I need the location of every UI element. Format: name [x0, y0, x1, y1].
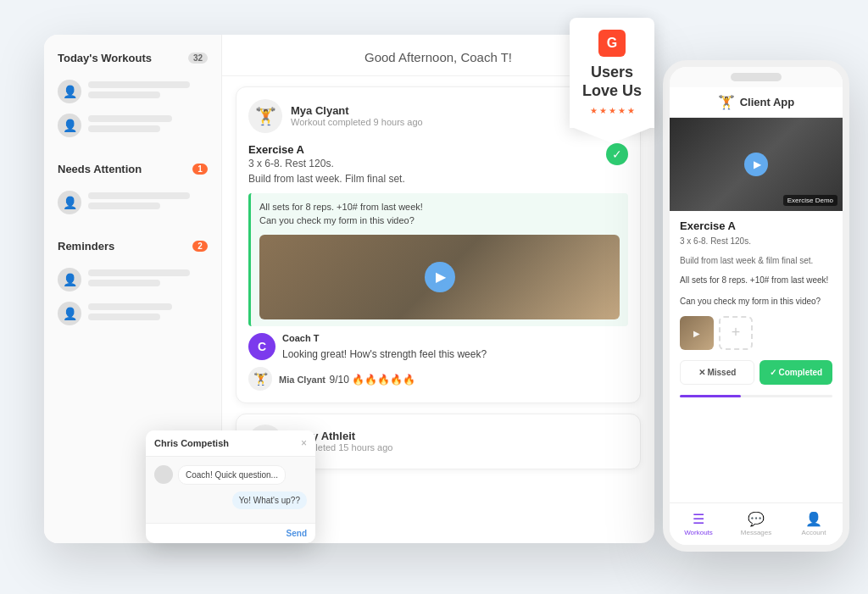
client-reply-name: Mia Clyant: [279, 375, 326, 385]
client-reply-row: 🏋️ Mia Clyant 9/10 🔥🔥🔥🔥🔥: [248, 367, 628, 391]
sidebar-item-workout-1[interactable]: 👤: [58, 75, 208, 108]
account-nav-label: Account: [802, 529, 826, 536]
mobile-header-title: Client App: [740, 96, 795, 108]
completed-label: ✓ Completed: [770, 368, 822, 377]
chat-header: Chris Competish ×: [146, 430, 315, 457]
mobile-ui: 🏋️ Client App ▶ Exercise Demo Exercise A…: [663, 60, 849, 552]
coach-reply-row: C Coach T Looking great! How's strength …: [248, 333, 628, 360]
user-name-mya: Mya Clyant: [291, 104, 423, 117]
account-nav-icon: 👤: [805, 511, 822, 527]
mobile-video-thumb[interactable]: ▶: [680, 316, 714, 350]
play-button[interactable]: ▶: [425, 262, 455, 292]
mobile-comment-1: All sets for 8 reps. +10# from last week…: [680, 274, 832, 286]
avatar-reminder-1: 👤: [58, 268, 81, 291]
mobile-add-media-button[interactable]: +: [719, 316, 753, 350]
messages-nav-label: Messages: [741, 529, 771, 536]
mobile-missed-button[interactable]: ✕ Missed: [680, 360, 754, 385]
mobile-body: Exercise A 3 x 6-8. Rest 120s. Build fro…: [670, 211, 843, 416]
mobile-action-row: ✕ Missed ✓ Completed: [680, 360, 832, 385]
chat-popup[interactable]: Chris Competish × Coach! Quick question.…: [146, 430, 315, 543]
desktop-ui: Today's Workouts 32 👤 👤: [44, 35, 654, 543]
users-love-us-badge: G Users Love Us ★ ★ ★ ★ ★: [570, 18, 663, 136]
sidebar-section-reminders: Reminders 2 👤 👤: [58, 240, 208, 330]
sidebar-title-workouts: Today's Workouts: [58, 52, 152, 64]
user-status-mya: Workout completed 9 hours ago: [291, 117, 423, 127]
completed-check-icon: ✓: [606, 143, 628, 165]
mobile-header: 🏋️ Client App: [670, 87, 843, 118]
avatar-attention-1: 👤: [58, 191, 81, 214]
mobile-media-row: ▶ +: [680, 316, 832, 350]
exercise-detail-1: 3 x 6-8. Rest 120s.: [248, 156, 405, 171]
coach-name: Coach T: [282, 333, 487, 343]
mobile-play-button[interactable]: ▶: [744, 153, 768, 176]
comment-box: All sets for 8 reps. +10# from last week…: [248, 193, 628, 326]
chat-send-button[interactable]: Send: [287, 529, 307, 538]
badge-stars: ★ ★ ★ ★ ★: [590, 106, 635, 115]
comment-line-1: All sets for 8 reps. +10# from last week…: [259, 200, 620, 214]
badge-workouts-count: 32: [188, 53, 208, 64]
badge-reminders-count: 2: [192, 241, 208, 252]
chat-message-2-row: Yo! What's up??: [154, 491, 307, 509]
comment-line-2: Can you check my form in this video?: [259, 214, 620, 228]
mobile-nav-bar: ☰ Workouts 💬 Messages 👤 Account: [670, 502, 843, 545]
exercise-row-a: Exercise A 3 x 6-8. Rest 120s. Build fro…: [248, 143, 628, 186]
avatar-mya: 🏋️: [248, 99, 282, 133]
chat-body: Coach! Quick question... Yo! What's up??: [146, 457, 315, 523]
mobile-nav-workouts[interactable]: ☰ Workouts: [670, 511, 727, 536]
chat-contact-name: Chris Competish: [154, 438, 229, 448]
workouts-nav-label: Workouts: [684, 529, 713, 536]
mobile-nav-messages[interactable]: 💬 Messages: [727, 511, 785, 536]
greeting-text: Good Afternoon, Coach T!: [364, 50, 512, 64]
badge-attention-count: 1: [192, 164, 208, 175]
chat-close-icon[interactable]: ×: [301, 437, 307, 449]
mobile-comment-2: Can you check my form in this video?: [680, 295, 832, 308]
avatar-mya-reply: 🏋️: [248, 367, 272, 391]
mobile-completed-button[interactable]: ✓ Completed: [760, 360, 832, 385]
g2-logo: G: [598, 30, 626, 57]
mobile-header-icon: 🏋️: [718, 94, 735, 110]
sidebar-item-attention-1[interactable]: 👤: [58, 186, 208, 219]
sidebar-header-workouts: Today's Workouts 32: [58, 52, 208, 64]
missed-label: ✕ Missed: [698, 368, 737, 377]
chat-message-2: Yo! What's up??: [232, 491, 307, 509]
avatar-reminder-2: 👤: [58, 302, 81, 325]
sidebar-section-attention: Needs Attention 1 👤: [58, 163, 208, 219]
workouts-nav-icon: ☰: [693, 511, 704, 527]
exercise-title-a: Exercise A: [248, 143, 405, 156]
chat-avatar-client: [154, 465, 173, 484]
avatar-workout-1: 👤: [58, 80, 81, 103]
video-thumbnail[interactable]: ▶: [259, 235, 620, 319]
chat-message-1: Coach! Quick question...: [178, 465, 286, 485]
sidebar-title-attention: Needs Attention: [58, 163, 142, 175]
mobile-progress-fill: [680, 395, 741, 397]
mobile-exercise-detail-2: Build from last week & film final set.: [680, 254, 832, 267]
mobile-exercise-title: Exercise A: [680, 219, 832, 232]
mobile-video-thumbnail[interactable]: ▶ Exercise Demo: [670, 118, 843, 211]
sidebar-item-reminder-1[interactable]: 👤: [58, 263, 208, 297]
mobile-nav-account[interactable]: 👤 Account: [785, 511, 843, 536]
badge-title: Users Love Us: [582, 64, 642, 100]
messages-nav-icon: 💬: [748, 511, 765, 527]
avatar-workout-2: 👤: [58, 114, 81, 137]
sidebar-title-reminders: Reminders: [58, 240, 114, 253]
mobile-notch: [731, 73, 782, 81]
coach-message: Looking great! How's strength feel this …: [282, 345, 487, 360]
coach-avatar: C: [248, 333, 275, 360]
exercise-detail-2: Build from last week. Film final set.: [248, 171, 405, 186]
client-reply-text: 9/10 🔥🔥🔥🔥🔥: [329, 374, 415, 386]
mobile-video-label: Exercise Demo: [783, 195, 837, 206]
sidebar-header-reminders: Reminders 2: [58, 240, 208, 253]
mobile-status-bar: [670, 67, 843, 87]
chat-message-1-row: Coach! Quick question...: [154, 465, 307, 485]
sidebar-item-workout-2[interactable]: 👤: [58, 108, 208, 142]
sidebar-header-attention: Needs Attention 1: [58, 163, 208, 175]
sidebar-section-workouts: Today's Workouts 32 👤 👤: [58, 52, 208, 142]
mobile-exercise-detail-1: 3 x 6-8. Rest 120s.: [680, 235, 832, 247]
mobile-progress-bar: [680, 395, 832, 397]
badge-shape: G Users Love Us ★ ★ ★ ★ ★: [570, 18, 654, 128]
sidebar-item-reminder-2[interactable]: 👤: [58, 297, 208, 330]
chat-footer: Send: [146, 523, 315, 543]
